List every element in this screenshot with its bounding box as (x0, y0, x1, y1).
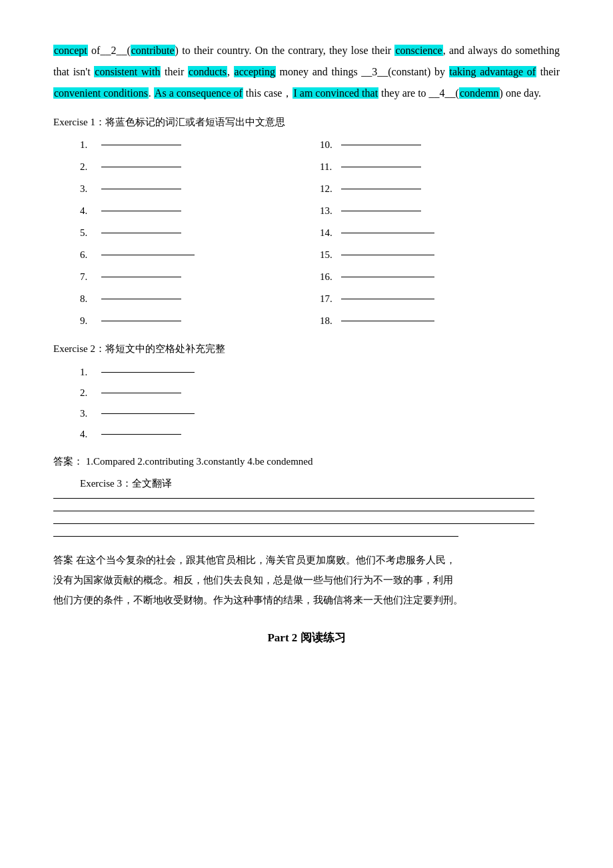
blank-18 (341, 321, 434, 321)
highlight-concept: concept (53, 45, 88, 56)
exercise1-item-3: 3. (80, 179, 320, 199)
exercise1-item-6: 6. (80, 245, 320, 265)
e2-blank-4 (101, 434, 181, 435)
exercise3-title: Exercise 3：全文翻译 (80, 477, 560, 490)
answer1-line: 答案： 1.Compared 2.contributing 3.constant… (53, 455, 560, 468)
answer2-section: 答案 在这个当今复杂的社会，跟其他官员相比，海关官员更加腐败。他们不考虑服务人民… (53, 550, 560, 610)
answer2-text2: 没有为国家做贡献的概念。相反，他们失去良知，总是做一些与他们行为不一致的事，利用 (53, 575, 453, 585)
blank-7 (101, 277, 181, 277)
e2-blank-1 (101, 372, 195, 373)
text-their2: their (536, 66, 560, 77)
exercise1-item-15: 15. (320, 245, 560, 265)
highlight-consequence: As a consequence of (154, 87, 243, 99)
highlight-condemn: condemn (459, 87, 500, 99)
exercise1-item-16: 16. (320, 267, 560, 287)
blank-16 (341, 277, 434, 277)
exercise1-item-13: 13. (320, 201, 560, 221)
exercise1-item-17: 17. (320, 289, 560, 309)
highlight-convinced: I am convinced that (293, 87, 378, 99)
blank-13 (341, 211, 421, 211)
exercise1-item-5: 5. (80, 223, 320, 243)
blank-14 (341, 233, 434, 233)
answer1-text: 1.Compared 2.contributing 3.constantly 4… (86, 456, 313, 467)
e2-blank-2 (101, 393, 181, 393)
highlight-conscience: conscience (394, 45, 442, 56)
trans-line-1 (53, 498, 534, 499)
blank-9 (101, 321, 181, 321)
text-of2: of__2__( (91, 45, 131, 56)
blank-3 (101, 189, 181, 189)
exercise1-title: Exercise 1：将蓝色标记的词汇或者短语写出中文意思 (53, 116, 560, 129)
exercise2-item-3: 3. (80, 403, 560, 424)
blank-5 (101, 233, 181, 233)
text-after-contribute: ) to their country. On the contrary, the… (175, 45, 395, 56)
exercise1-item-10: 10. (320, 135, 560, 155)
text-thiscase: this case， (243, 87, 293, 99)
highlight-contribute: contribute (131, 45, 175, 56)
exercise1-item-18: 18. (320, 311, 560, 331)
exercise1-item-4: 4. (80, 201, 320, 221)
blank-17 (341, 299, 434, 299)
highlight-taking-advantage: taking advantage of (449, 66, 536, 77)
highlight-convenient: convenient conditions (53, 87, 149, 99)
answer2-line2: 没有为国家做贡献的概念。相反，他们失去良知，总是做一些与他们行为不一致的事，利用 (53, 570, 560, 590)
highlight-accepting: accepting (234, 66, 276, 77)
main-paragraph: concept of__2__(contribute) to their cou… (53, 40, 560, 104)
blank-11 (341, 167, 421, 167)
answer2-line1: 答案 在这个当今复杂的社会，跟其他官员相比，海关官员更加腐败。他们不考虑服务人民… (53, 550, 560, 570)
answer2-text3: 他们方便的条件，不断地收受财物。作为这种事情的结果，我确信将来一天他们注定要判刑… (53, 595, 463, 605)
answer2-label: 答案 (53, 555, 73, 565)
text-period: . (149, 87, 154, 99)
blank-12 (341, 189, 421, 189)
answer2-line3: 他们方便的条件，不断地收受财物。作为这种事情的结果，我确信将来一天他们注定要判刑… (53, 590, 560, 610)
highlight-consistent: consistent with (94, 66, 161, 77)
text-money: money and things __3__(constant) by (276, 66, 449, 77)
part2-title: Part 2 阅读练习 (53, 630, 560, 645)
text-comma: , (227, 66, 234, 77)
text-their-conducts: their (161, 66, 188, 77)
trans-line-2 (53, 511, 534, 511)
exercise1-item-14: 14. (320, 223, 560, 243)
translation-area (53, 498, 560, 537)
exercise1-item-9: 9. (80, 311, 320, 331)
trans-line-3 (53, 523, 534, 524)
exercise2-list: 1. 2. 3. 4. (80, 362, 560, 445)
exercise1-item-2: 2. (80, 157, 320, 177)
exercise2-item-2: 2. (80, 383, 560, 403)
exercise1-item-11: 11. (320, 157, 560, 177)
text-theyare: they are to __4__( (378, 87, 459, 99)
answer1-label: 答案： (53, 456, 83, 467)
blank-15 (341, 255, 434, 255)
exercise2-item-1: 1. (80, 362, 560, 383)
blank-4 (101, 211, 181, 211)
trans-line-4 (53, 536, 458, 537)
blank-1 (101, 145, 181, 145)
exercise1-item-7: 7. (80, 267, 320, 287)
answer2-text1: 在这个当今复杂的社会，跟其他官员相比，海关官员更加腐败。他们不考虑服务人民， (76, 555, 456, 565)
exercise2-title: Exercise 2：将短文中的空格处补充完整 (53, 343, 560, 355)
exercise1-item-8: 8. (80, 289, 320, 309)
exercise1-item-12: 12. (320, 179, 560, 199)
blank-8 (101, 299, 181, 299)
text-oneday: ) one day. (500, 87, 542, 99)
highlight-conducts: conducts (188, 66, 227, 77)
exercise3-container: Exercise 3：全文翻译 (80, 477, 560, 490)
exercise1-grid: 1. 10. 2. 11. 3. 12. 4. 13. 5. 14. 6. (80, 135, 560, 331)
blank-2 (101, 167, 181, 167)
blank-10 (341, 145, 421, 145)
exercise2-item-4: 4. (80, 424, 560, 445)
e2-blank-3 (101, 413, 195, 414)
blank-6 (101, 255, 195, 255)
exercise1-item-1: 1. (80, 135, 320, 155)
